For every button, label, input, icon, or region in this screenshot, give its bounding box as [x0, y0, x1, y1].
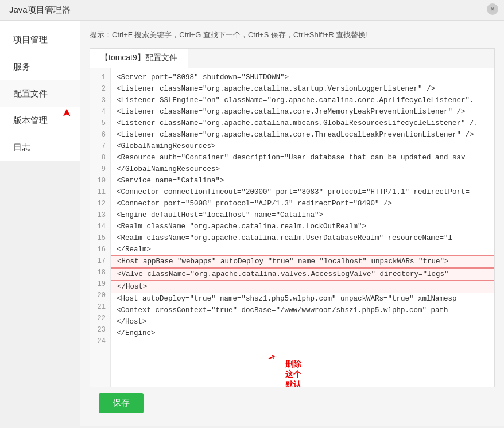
line-number: 23	[90, 324, 110, 336]
line-number: 24	[90, 336, 110, 347]
app-title: Java项目管理器	[9, 5, 71, 15]
editor-tab-bar: 【tomcat9】配置文件	[90, 49, 494, 68]
close-button[interactable]: ×	[487, 3, 498, 15]
line-number: 14	[90, 221, 110, 232]
table-row: </GlobalNamingResources>	[111, 164, 494, 175]
table-row: <Listener className="org.apache.catalina…	[111, 118, 494, 129]
table-row: <Listener className="org.apache.catalina…	[111, 83, 494, 95]
table-row: </Host>	[111, 316, 494, 328]
editor-panel: 【tomcat9】配置文件 12345678910111213141516171…	[90, 48, 495, 387]
line-number: 18	[90, 267, 110, 278]
line-number: 9	[90, 164, 110, 175]
table-row: <Context crossContext="true" docBase="/w…	[111, 305, 494, 316]
table-row: <Listener className="org.apache.catalina…	[111, 106, 494, 118]
line-number: 8	[90, 152, 110, 164]
table-row: <Resource auth="Container" description="…	[111, 152, 494, 164]
line-number: 3	[90, 95, 110, 106]
code-editor[interactable]: 123456789101112131415161718192021222324 …	[90, 68, 494, 387]
line-number: 21	[90, 301, 110, 313]
sidebar-item-config[interactable]: 配置文件	[0, 80, 80, 107]
line-number: 17	[90, 255, 110, 267]
line-number: 4	[90, 106, 110, 118]
table-row: <Listener SSLEngine="on" className="org.…	[111, 95, 494, 106]
line-numbers: 123456789101112131415161718192021222324	[90, 68, 111, 387]
sidebar: 项目管理 服务 配置文件 版本管理 日志 ➤	[0, 21, 80, 426]
table-row: <Connector port="5008" protocol="AJP/1.3…	[111, 198, 494, 209]
table-row: <Realm className="org.apache.catalina.re…	[111, 232, 494, 244]
title-bar: Java项目管理器 ↑ ×	[0, 0, 504, 21]
table-row: <Valve className="org.apache.catalina.va…	[111, 268, 494, 281]
close-icon: ×	[490, 5, 494, 13]
line-number: 1	[90, 72, 110, 83]
table-row: <Host autoDeploy="true" name="shsz1.php5…	[111, 293, 494, 305]
tab-config-file[interactable]: 【tomcat9】配置文件	[90, 49, 188, 68]
table-row: </Host>	[111, 281, 494, 293]
content-area: 提示：Ctrl+F 搜索关键字，Ctrl+G 查找下一个，Ctrl+S 保存，C…	[80, 21, 504, 426]
bottom-bar: 保存	[90, 387, 495, 419]
line-number: 16	[90, 244, 110, 255]
table-row: <GlobalNamingResources>	[111, 141, 494, 152]
hint-bar: 提示：Ctrl+F 搜索关键字，Ctrl+G 查找下一个，Ctrl+S 保存，C…	[90, 28, 495, 42]
sidebar-item-service[interactable]: 服务	[0, 53, 80, 80]
line-number: 5	[90, 118, 110, 129]
table-row: <Server port="8098" shutdown="SHUTDOWN">	[111, 72, 494, 83]
code-content[interactable]: <Server port="8098" shutdown="SHUTDOWN">…	[111, 68, 494, 387]
line-number: 19	[90, 278, 110, 290]
table-row: <Host appBase="webapps" autoDeploy="true…	[111, 255, 494, 268]
table-row: <Connector connectionTimeout="20000" por…	[111, 186, 494, 198]
table-row: <Realm className="org.apache.catalina.re…	[111, 221, 494, 232]
table-row: <Listener className="org.apache.catalina…	[111, 129, 494, 141]
line-number: 13	[90, 209, 110, 221]
line-number: 11	[90, 186, 110, 198]
sidebar-item-logs[interactable]: 日志	[0, 134, 80, 161]
table-row: </Engine>	[111, 328, 494, 339]
line-number: 15	[90, 232, 110, 244]
main-layout: 项目管理 服务 配置文件 版本管理 日志 ➤ 提示：Ctr	[0, 21, 504, 426]
line-number: 7	[90, 141, 110, 152]
table-row: </Realm>	[111, 244, 494, 255]
line-number: 2	[90, 83, 110, 95]
sidebar-item-version[interactable]: 版本管理	[0, 107, 80, 134]
sidebar-nav: 项目管理 服务 配置文件 版本管理 日志	[0, 21, 80, 161]
save-button[interactable]: 保存	[99, 393, 144, 413]
line-number: 10	[90, 175, 110, 186]
table-row: <Engine defaultHost="localhost" name="Ca…	[111, 209, 494, 221]
table-row: <Service name="Catalina">	[111, 175, 494, 186]
line-number: 12	[90, 198, 110, 209]
line-number: 22	[90, 313, 110, 324]
sidebar-item-project[interactable]: 项目管理	[0, 26, 80, 53]
line-number: 6	[90, 129, 110, 141]
line-number: 20	[90, 290, 110, 301]
